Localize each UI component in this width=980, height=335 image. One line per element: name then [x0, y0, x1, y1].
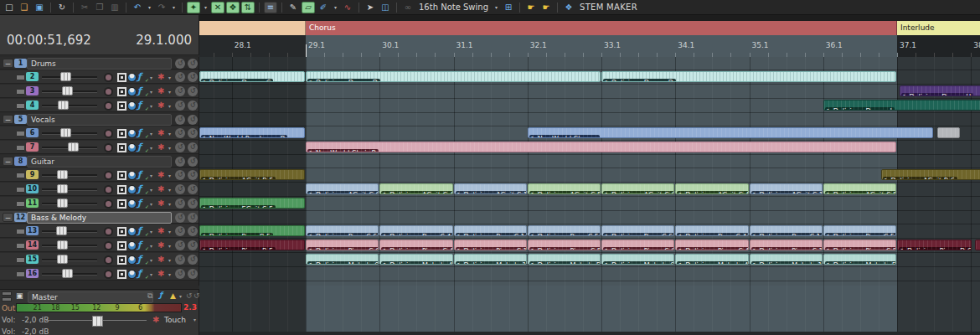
track-volume-slider[interactable]: [42, 105, 97, 107]
automation-button[interactable]: ↺: [188, 59, 198, 69]
master-env1-icon[interactable]: ↺: [186, 291, 193, 300]
track-number-badge[interactable]: 13: [26, 226, 39, 235]
record-settings-gear-icon[interactable]: ✱: [157, 101, 164, 110]
record-arm-button[interactable]: [104, 199, 113, 209]
track-number-badge[interactable]: 12: [14, 213, 27, 222]
track-volume-slider[interactable]: [42, 174, 97, 177]
envelope-mode-button[interactable]: ✦: [187, 2, 200, 13]
fx-dropdown-icon[interactable]: ▾: [150, 271, 152, 277]
media-item-delicious-aguit-c-1[interactable]: ↻Delicious AGuit C 1: [750, 183, 823, 194]
media-item-delicious-piano-c-1[interactable]: ↻Delicious Piano C 1: [454, 240, 527, 250]
record-monitor-button[interactable]: [117, 73, 126, 82]
envelope-button[interactable]: ↺: [175, 255, 185, 265]
folder-collapse-button[interactable]: −: [3, 115, 13, 124]
record-settings-gear-icon[interactable]: ✱: [157, 199, 164, 208]
track-header-6[interactable]: 6ƒ✓▾✱▾↺↺: [0, 126, 199, 140]
fx-dropdown-icon[interactable]: ▾: [150, 75, 152, 80]
automation-button[interactable]: ↺: [188, 100, 198, 111]
track-name-field[interactable]: Guitar: [27, 156, 172, 168]
media-item-delicious-piano-c-4[interactable]: ↻Delicious Piano C 4: [675, 240, 748, 250]
automation-button[interactable]: ↺: [188, 128, 198, 138]
record-settings-gear-icon[interactable]: ✱: [157, 270, 164, 278]
region-bar[interactable]: ChorusInterlude: [199, 21, 980, 35]
fade-mode-button[interactable]: ◫: [379, 2, 392, 13]
routing-button[interactable]: [127, 270, 137, 279]
media-item-delicious-piano-d-6[interactable]: ↻Delicious Piano D 6: [897, 240, 972, 250]
track-header-7[interactable]: 7ƒ✓▾✱▾↺↺: [0, 141, 199, 154]
chevron-down-icon[interactable]: ▾: [170, 2, 178, 13]
record-arm-button[interactable]: [104, 255, 113, 265]
track-number-badge[interactable]: 11: [26, 198, 39, 208]
folder-collapse-button[interactable]: −: [3, 157, 13, 166]
media-item-delicious-piano-c-1[interactable]: ↻Delicious Piano C 1: [750, 240, 823, 250]
record-monitor-button[interactable]: [117, 101, 126, 111]
sync-button[interactable]: ↻: [55, 2, 69, 13]
record-settings-gear-icon[interactable]: ✱: [157, 73, 164, 81]
fx-dropdown-icon[interactable]: ▾: [150, 173, 152, 178]
media-item-delicious-aguit-b-5[interactable]: ↻Delicious AGuit B 5: [199, 169, 305, 180]
track-header-15[interactable]: 15ƒ✓▾✱▾↺↺: [0, 253, 199, 266]
master-fx-dropdown-icon[interactable]: ▾: [179, 293, 182, 299]
track-number-badge[interactable]: 7: [26, 142, 39, 152]
track-fold-mini-button[interactable]: [16, 257, 25, 263]
record-settings-dropdown-icon[interactable]: ▾: [168, 145, 171, 151]
media-item-delicious-bass-c-1[interactable]: ↻Delicious Bass C 1: [750, 225, 823, 236]
fx-dropdown-icon[interactable]: ▾: [150, 89, 152, 95]
media-item-delicious-bass-c-5[interactable]: ↻Delicious Bass C 5: [823, 225, 896, 236]
fx-dropdown-icon[interactable]: ▾: [150, 229, 152, 234]
track-volume-slider[interactable]: [42, 90, 97, 93]
envelope-button[interactable]: ↺: [175, 72, 185, 82]
media-item-delicious-drums-d[interactable]: ↻Delicious Drums D: [306, 71, 601, 82]
routing-button[interactable]: [127, 241, 137, 250]
track-header-4[interactable]: 4ƒ✓▾✱▾↺↺: [0, 99, 199, 112]
record-settings-dropdown-icon[interactable]: ▾: [168, 201, 171, 207]
record-settings-dropdown-icon[interactable]: ▾: [168, 103, 171, 109]
track-volume-handle[interactable]: [56, 226, 67, 235]
envelope-button[interactable]: ↺: [175, 157, 185, 167]
track-volume-slider[interactable]: [42, 259, 97, 261]
region-unlabeled[interactable]: [199, 21, 306, 35]
track-volume-slider[interactable]: [42, 273, 97, 276]
routing-button[interactable]: [127, 129, 137, 138]
track-volume-handle[interactable]: [57, 184, 68, 193]
record-settings-dropdown-icon[interactable]: ▾: [168, 173, 171, 178]
stem-maker-icon[interactable]: ❖: [562, 2, 575, 13]
media-item-delicious-drums-h[interactable]: ↻Delicious Drums H: [900, 85, 980, 96]
track-number-badge[interactable]: 1: [14, 59, 27, 68]
record-monitor-button[interactable]: [117, 199, 126, 209]
automation-button[interactable]: ↺: [188, 240, 198, 250]
track-volume-slider[interactable]: [42, 245, 97, 247]
record-arm-button[interactable]: [104, 227, 113, 236]
track-number-badge[interactable]: 10: [26, 184, 39, 193]
track-name-field[interactable]: Vocals: [27, 114, 172, 126]
master-volume-handle[interactable]: [92, 316, 103, 327]
media-item-delicious-drums-d[interactable]: ↻Delicious Drums D: [601, 71, 896, 82]
media-item-delicious-aguit-c-5[interactable]: ↻Delicious AGuit C 5: [823, 183, 896, 194]
track-name-field[interactable]: Drums: [27, 58, 172, 70]
track-volume-handle[interactable]: [62, 269, 73, 278]
media-item[interactable]: [975, 240, 980, 250]
track-fold-mini-button[interactable]: [16, 131, 25, 137]
fx-button[interactable]: ƒ✓: [137, 268, 147, 279]
automation-button[interactable]: ↺: [188, 184, 198, 194]
routing-button[interactable]: [127, 255, 137, 265]
timeline-ruler[interactable]: 28.129.130.131.132.133.134.135.136.137.1…: [199, 35, 980, 57]
swing-preset-label[interactable]: 16th Note Swing: [416, 3, 491, 12]
record-settings-gear-icon[interactable]: ✱: [157, 143, 164, 152]
master-env-mini-button[interactable]: [2, 291, 12, 296]
automation-button[interactable]: ↺: [188, 72, 198, 82]
track-number-badge[interactable]: 5: [14, 115, 27, 124]
track-header-11[interactable]: 11ƒ✓▾✱▾↺↺: [0, 197, 199, 210]
envelope-button[interactable]: ↺: [175, 213, 185, 223]
record-arm-button[interactable]: [104, 241, 113, 250]
media-item-delicious-melody-1[interactable]: ↻Delicious Melody 1: [750, 254, 823, 265]
routing-button[interactable]: [127, 185, 137, 194]
media-item-delicious-piano-c-5[interactable]: ↻Delicious Piano C 5: [528, 240, 601, 250]
track-header-vocals[interactable]: −5Vocals↺↺: [0, 113, 199, 126]
track-number-badge[interactable]: 4: [26, 100, 39, 110]
routing-button[interactable]: [127, 171, 137, 180]
track-header-9[interactable]: 9ƒ✓▾✱▾↺↺: [0, 168, 199, 182]
media-item-newworld-choir-b[interactable]: ↻NewWorld Choir B: [306, 142, 896, 152]
media-item-delicious-piano-c-4[interactable]: ↻Delicious Piano C 4: [379, 240, 452, 250]
track-fold-mini-button[interactable]: [16, 243, 25, 249]
